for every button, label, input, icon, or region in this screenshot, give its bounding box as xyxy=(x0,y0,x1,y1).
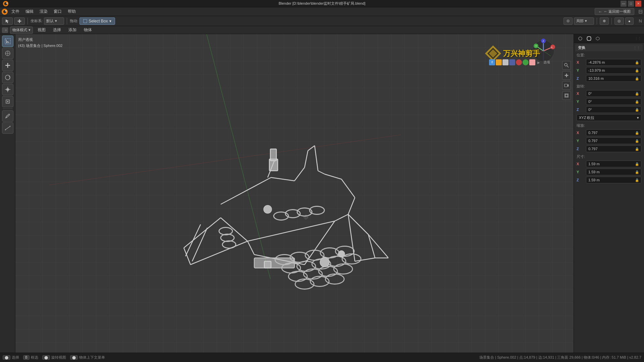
cursor-tool-button[interactable] xyxy=(2,48,13,59)
select-tool-button[interactable] xyxy=(2,36,13,47)
minimize-button[interactable]: — xyxy=(621,1,627,7)
menu-window[interactable]: 窗口 xyxy=(51,8,64,15)
scale-x-value: 0.797 xyxy=(588,131,598,135)
rot-y-lock-icon[interactable]: 🔒 xyxy=(635,100,639,104)
modifier-icon xyxy=(595,36,600,41)
rotation-x-input[interactable]: 0° 🔒 xyxy=(586,90,641,97)
menu-help[interactable]: 帮助 xyxy=(65,8,78,15)
svg-point-102 xyxy=(565,63,567,66)
toolbar: 坐标系: 默认 ▾ 拖动: Select Box ▾ ⊙ 局部 ▾ ⊕ ◎ ● … xyxy=(0,16,644,26)
svg-line-103 xyxy=(567,66,569,67)
filmora-more-icons: ▶ xyxy=(537,61,540,64)
select-menu-item[interactable]: 选择 xyxy=(50,27,64,33)
viewport-pan-button[interactable] xyxy=(562,71,571,80)
dim-x-input[interactable]: 1.59 m 🔒 xyxy=(586,161,641,167)
region-dropdown[interactable]: 局部 ▾ xyxy=(574,17,594,25)
add-menu-item[interactable]: 添加 xyxy=(66,27,79,33)
svg-rect-104 xyxy=(565,84,568,87)
menu-file[interactable]: 文件 xyxy=(9,8,22,15)
status-context-item: ⬤ 物体上下文菜单 xyxy=(70,355,105,360)
rotate-tool-button[interactable] xyxy=(2,72,13,83)
rotation-y-input[interactable]: 0° 🔒 xyxy=(586,98,641,105)
camera-view-button[interactable] xyxy=(562,81,571,90)
dim-z-lock-icon[interactable]: 🔒 xyxy=(635,178,639,182)
main-area: 用户透视 (43) 场景集合 | Sphere.002 X Y Z xyxy=(0,34,644,353)
viewport-zoom-button[interactable] xyxy=(562,61,571,70)
close-button[interactable]: ✕ xyxy=(635,1,641,7)
panel-options-dots[interactable]: ⋮⋮ xyxy=(635,37,641,40)
scale-z-row: Z 0.797 🔒 xyxy=(575,145,643,153)
overlays-button[interactable]: ◎ xyxy=(614,17,624,25)
svg-rect-58 xyxy=(270,149,276,161)
rotation-mode-select[interactable]: XYZ 欧拉 ▾ xyxy=(577,114,641,121)
rotate-status-label: 旋转视图 xyxy=(51,355,66,360)
view-menu-item[interactable]: 视图 xyxy=(35,27,48,33)
dim-x-lock-icon[interactable]: 🔒 xyxy=(635,162,639,166)
dim-y-lock-icon[interactable]: 🔒 xyxy=(635,170,639,174)
snap-button[interactable]: ⊙ xyxy=(564,17,573,25)
maximize-button[interactable]: □ xyxy=(628,1,634,7)
svg-point-64 xyxy=(221,234,234,242)
scale-y-lock-icon[interactable]: 🔒 xyxy=(635,139,639,143)
select-box-label: Select Box xyxy=(89,19,108,23)
panel-transform-icon[interactable] xyxy=(585,35,593,42)
scale-z-lock-icon[interactable]: 🔒 xyxy=(635,147,639,151)
rot-z-lock-icon[interactable]: 🔒 xyxy=(635,108,639,112)
zoom-icon xyxy=(564,63,569,68)
menu-render[interactable]: 渲染 xyxy=(37,8,50,15)
rotation-mode-value: XYZ 欧拉 xyxy=(579,115,594,120)
dim-z-input[interactable]: 1.59 m 🔒 xyxy=(586,177,641,183)
svg-point-83 xyxy=(264,205,272,214)
scale-x-lock-icon[interactable]: 🔒 xyxy=(635,131,639,135)
rotation-z-input[interactable]: 0° 🔒 xyxy=(586,106,641,113)
location-x-input[interactable]: -4.2876 m 🔒 xyxy=(586,59,641,66)
svg-line-42 xyxy=(348,198,355,215)
cursor-icon xyxy=(5,19,10,23)
move-tool-button[interactable] xyxy=(2,60,13,71)
panel-modifiers-icon[interactable] xyxy=(594,35,601,42)
select-box-button[interactable]: Select Box ▾ xyxy=(79,17,115,25)
measure-icon xyxy=(5,125,11,131)
move-tool-button[interactable] xyxy=(14,17,25,25)
3d-model xyxy=(154,111,388,295)
scale-z-value: 0.797 xyxy=(588,147,598,151)
svg-line-51 xyxy=(248,241,254,255)
svg-point-85 xyxy=(338,251,345,257)
scale-x-input[interactable]: 0.797 🔒 xyxy=(586,129,641,136)
menu-edit[interactable]: 编辑 xyxy=(23,8,36,15)
scale-z-input[interactable]: 0.797 🔒 xyxy=(586,145,641,152)
scale-tool-button[interactable] xyxy=(2,84,13,95)
annotate-tool-button[interactable] xyxy=(2,110,13,122)
svg-point-63 xyxy=(219,228,232,235)
rotation-x-row: X 0° 🔒 xyxy=(575,89,643,98)
box-status-label: 框选 xyxy=(31,355,38,360)
back-to-previous-view-button[interactable]: ← ← 返回前一视图 xyxy=(595,8,634,15)
scale-y-value: 0.797 xyxy=(588,139,598,143)
viewport-shading-button[interactable]: ● xyxy=(625,17,634,25)
dim-y-input[interactable]: 1.59 m 🔒 xyxy=(586,169,641,175)
viewport[interactable]: 用户透视 (43) 场景集合 | Sphere.002 X Y Z xyxy=(15,34,574,353)
loc-z-label: Z xyxy=(577,76,586,80)
object-menu-item[interactable]: 物体 xyxy=(81,27,95,33)
proportional-edit-button[interactable]: ⊕ xyxy=(600,17,609,25)
scale-y-input[interactable]: 0.797 🔒 xyxy=(586,137,641,144)
panel-object-icon[interactable] xyxy=(577,35,584,42)
toolbar-separator-1 xyxy=(28,18,28,24)
object-mode-dropdown[interactable]: 物体模式 ▾ xyxy=(10,26,33,34)
location-y-input[interactable]: -13.979 m 🔒 xyxy=(586,67,641,74)
rot-x-lock-icon[interactable]: 🔒 xyxy=(635,92,639,96)
transform-tool-button[interactable] xyxy=(2,96,13,107)
rot-z-label: Z xyxy=(577,108,586,112)
coord-system-dropdown[interactable]: 默认 ▾ xyxy=(44,17,64,25)
scale-group-label: 缩放: xyxy=(575,122,643,129)
orthographic-button[interactable] xyxy=(562,91,571,100)
loc-x-lock-icon[interactable]: 🔒 xyxy=(635,61,639,64)
loc-z-lock-icon[interactable]: 🔒 xyxy=(635,77,639,80)
cursor-tool-button[interactable] xyxy=(2,17,13,25)
svg-line-36 xyxy=(305,151,308,168)
location-z-input[interactable]: 10.316 m 🔒 xyxy=(586,75,641,82)
transform-section-header[interactable]: 变换 ⋮⋮ xyxy=(575,44,643,51)
measure-tool-button[interactable] xyxy=(2,122,13,134)
loc-y-lock-icon[interactable]: 🔒 xyxy=(635,69,639,72)
location-z-row: Z 10.316 m 🔒 xyxy=(575,74,643,82)
